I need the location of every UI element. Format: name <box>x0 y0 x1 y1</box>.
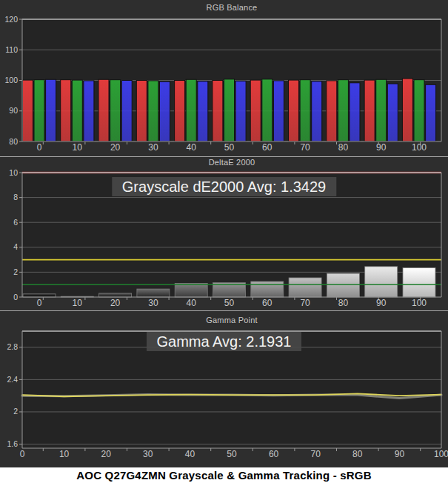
calman-calibration-report: RGB Balance 8090100110120010203040506070… <box>0 0 448 483</box>
red-bar <box>98 79 109 141</box>
rgb-balance-chart: 80901001101200102030405060708090100 <box>0 0 448 156</box>
deltae-bar <box>403 268 435 297</box>
x-tick-label: 30 <box>148 298 158 308</box>
green-bar <box>414 80 424 141</box>
grayscale-average-overlay: Grayscale dE2000 Avg: 1.3429 <box>112 177 336 196</box>
report-title: AOC Q27G4ZMN Grayscale & Gamma Tracking … <box>0 467 448 483</box>
green-bar <box>72 80 82 141</box>
x-tick-label: 60 <box>262 298 273 308</box>
y-tick-label: 110 <box>5 45 18 54</box>
x-tick-label: 30 <box>143 449 153 459</box>
x-tick-label: 40 <box>187 142 197 153</box>
x-tick-label: 60 <box>262 142 273 153</box>
green-bar <box>148 81 158 141</box>
red-bar <box>175 81 185 142</box>
x-tick-label: 20 <box>110 298 121 308</box>
x-tick-label: 10 <box>73 298 83 308</box>
y-tick-label: 1.6 <box>7 439 18 448</box>
x-tick-label: 10 <box>73 142 83 153</box>
x-tick-label: 0 <box>20 449 25 459</box>
blue-bar <box>426 84 436 141</box>
y-tick-label: 2.8 <box>7 342 18 351</box>
y-tick-label: 8 <box>13 193 18 201</box>
x-tick-label: 40 <box>187 298 197 308</box>
deltae-bar <box>23 294 56 297</box>
blue-bar <box>312 81 322 141</box>
deltae-bar <box>99 293 132 297</box>
x-tick-label: 90 <box>376 142 387 153</box>
y-tick-label: 2 <box>13 407 18 416</box>
red-bar <box>289 80 299 141</box>
y-tick-label: 2.4 <box>7 375 18 384</box>
x-tick-label: 50 <box>224 142 235 153</box>
x-tick-label: 40 <box>185 449 195 459</box>
deltae-bar <box>327 273 359 297</box>
red-bar <box>250 80 261 141</box>
x-tick-label: 90 <box>376 298 387 308</box>
y-tick-label: 0 <box>13 293 18 302</box>
red-bar <box>61 80 71 141</box>
x-tick-label: 50 <box>224 298 235 308</box>
x-tick-label: 70 <box>300 298 310 308</box>
x-tick-label: 100 <box>412 298 427 308</box>
blue-bar <box>350 83 360 141</box>
blue-bar <box>46 79 56 141</box>
x-tick-label: 60 <box>269 449 279 459</box>
x-tick-label: 70 <box>300 142 310 153</box>
green-bar <box>224 79 235 141</box>
x-tick-label: 80 <box>352 449 363 459</box>
blue-bar <box>84 81 94 141</box>
green-bar <box>262 79 273 141</box>
y-tick-label: 2 <box>13 267 18 276</box>
blue-bar <box>121 81 132 142</box>
deltae-bar <box>365 267 398 297</box>
red-bar <box>402 79 412 141</box>
red-bar <box>364 80 375 141</box>
y-tick-label: 100 <box>4 76 18 84</box>
y-tick-label: 6 <box>13 218 18 227</box>
green-bar <box>34 80 44 141</box>
x-tick-label: 90 <box>395 449 405 459</box>
blue-bar <box>235 81 246 141</box>
blue-bar <box>198 81 208 141</box>
deltae-bar <box>289 278 321 297</box>
red-bar <box>22 80 33 141</box>
x-tick-label: 20 <box>101 449 112 459</box>
x-tick-label: 0 <box>37 142 42 153</box>
x-tick-label: 0 <box>37 298 42 308</box>
blue-bar <box>273 81 284 141</box>
red-bar <box>136 81 147 142</box>
x-tick-label: 30 <box>148 142 158 153</box>
green-bar <box>186 79 196 141</box>
y-tick-label: 4 <box>13 242 18 251</box>
red-bar <box>327 81 337 141</box>
deltae-bar <box>251 282 284 297</box>
x-tick-label: 80 <box>338 298 349 308</box>
green-bar <box>338 80 348 141</box>
deltae-bar <box>175 284 207 297</box>
x-tick-label: 50 <box>227 449 237 459</box>
green-bar <box>110 80 121 141</box>
x-tick-label: 10 <box>59 449 70 459</box>
x-tick-label: 20 <box>110 142 121 153</box>
x-tick-label: 70 <box>311 449 321 459</box>
blue-bar <box>160 81 170 141</box>
y-tick-label: 10 <box>9 168 18 177</box>
red-bar <box>213 81 223 142</box>
green-bar <box>300 80 310 141</box>
y-tick-label: 90 <box>9 106 18 115</box>
x-tick-label: 100 <box>412 142 427 153</box>
y-tick-label: 120 <box>4 15 18 24</box>
gamma-average-overlay: Gamma Avg: 2.1931 <box>147 332 302 351</box>
green-bar <box>376 79 387 141</box>
blue-bar <box>387 84 398 141</box>
x-tick-label: 100 <box>434 449 448 459</box>
y-tick-label: 80 <box>9 137 18 146</box>
deltae-bar <box>137 289 170 297</box>
x-tick-label: 80 <box>338 142 349 153</box>
